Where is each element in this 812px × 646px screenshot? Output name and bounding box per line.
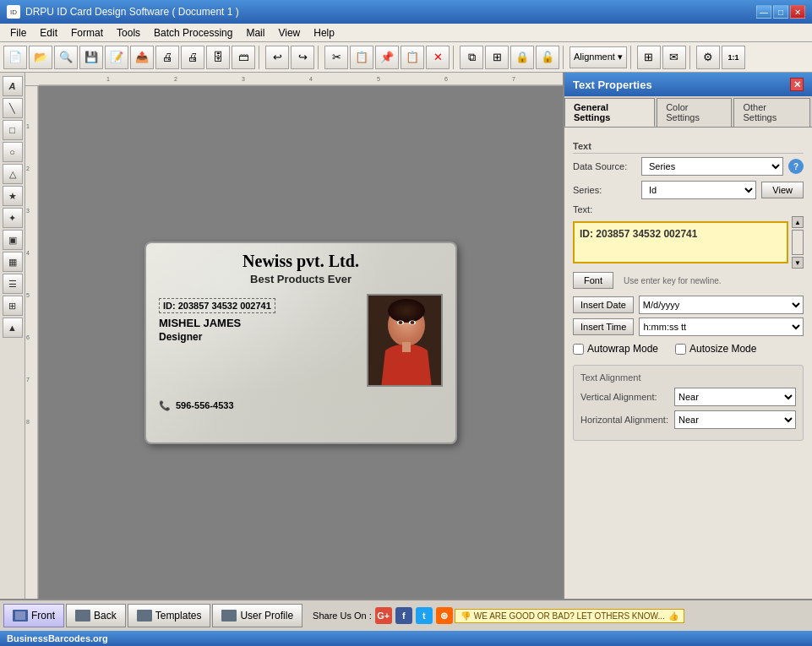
tab-front[interactable]: Front (3, 604, 64, 627)
grid-button[interactable]: ⊞ (637, 46, 661, 69)
open-button[interactable]: 📂 (29, 46, 52, 69)
vertical-align-select[interactable]: Near Center Far (674, 388, 796, 406)
new-button[interactable]: 📄 (3, 46, 27, 69)
insert-time-button[interactable]: Insert Time (573, 318, 634, 335)
tab-color-settings[interactable]: Color Settings (657, 98, 732, 127)
twitter-button[interactable]: t (416, 607, 433, 624)
star-tool[interactable]: ★ (3, 186, 23, 206)
text-tool[interactable]: A (3, 76, 23, 96)
menu-help[interactable]: Help (307, 25, 341, 41)
hint-text: Use enter key for newline. (624, 276, 722, 285)
delete-button[interactable]: ✕ (426, 46, 450, 69)
facebook-button[interactable]: f (395, 607, 412, 624)
print-button[interactable]: 🖨 (181, 46, 204, 69)
table-tool[interactable]: ⊞ (3, 296, 23, 316)
vertical-align-label: Vertical Alignment: (580, 392, 669, 402)
bottom-bar: Front Back Templates User Profile Share … (0, 599, 812, 631)
image-tool[interactable]: ▣ (3, 230, 23, 250)
front-tab-label: Front (31, 610, 55, 622)
tab-user-profile[interactable]: User Profile (212, 604, 302, 627)
cut-button[interactable]: ✂ (324, 46, 348, 69)
phone-icon: 📞 (159, 400, 171, 411)
tab-other-settings[interactable]: Other Settings (733, 98, 810, 127)
data-source-row: Data Source: Series ? (573, 157, 804, 176)
unlock-button[interactable]: 🔓 (536, 46, 559, 69)
menu-mail[interactable]: Mail (239, 25, 271, 41)
ellipse-tool[interactable]: ○ (3, 142, 23, 162)
menu-tools[interactable]: Tools (110, 25, 147, 41)
view-button[interactable]: View (761, 182, 804, 198)
horizontal-align-select[interactable]: Near Center Far (674, 410, 796, 429)
panel-header: Text Properties ✕ (564, 73, 812, 96)
date-format-select[interactable]: M/d/yyyy (639, 296, 804, 314)
pointer-tool[interactable]: ▲ (3, 318, 23, 338)
svg-text:4: 4 (309, 76, 313, 82)
window-controls: — □ ✕ (756, 5, 805, 19)
feedback-area[interactable]: 👎 WE ARE GOOD OR BAD? LET OTHERS KNOW...… (455, 609, 684, 623)
list-tool[interactable]: ☰ (3, 274, 23, 294)
close-button[interactable]: ✕ (790, 5, 805, 19)
canvas-container: 1 2 3 4 5 6 7 1 2 3 4 5 6 7 (25, 73, 563, 599)
menu-file[interactable]: File (3, 25, 33, 41)
text-display[interactable]: ID: 203857 34532 002741 (573, 221, 788, 263)
scroll-up[interactable]: ▲ (792, 216, 804, 228)
canvas-area[interactable]: Newiss pvt. Ltd. Best Products Ever ID: … (39, 86, 563, 599)
tab-templates[interactable]: Templates (128, 604, 211, 627)
time-format-select[interactable]: h:mm:ss tt (639, 318, 804, 336)
line-tool[interactable]: ╲ (3, 98, 23, 118)
settings-button[interactable]: ⚙ (696, 46, 720, 69)
zoom-button[interactable]: 1:1 (722, 46, 745, 69)
svg-text:1: 1 (106, 76, 110, 82)
menu-view[interactable]: View (271, 25, 307, 41)
copy-button[interactable]: 📋 (350, 46, 373, 69)
triangle-tool[interactable]: △ (3, 164, 23, 184)
font-button[interactable]: Font (573, 272, 613, 289)
data-source-select[interactable]: Series (641, 157, 783, 176)
db-button[interactable]: 🗄 (206, 46, 230, 69)
tool3-button[interactable]: 🔍 (54, 46, 78, 69)
main-layout: A ╲ □ ○ △ ★ ✦ ▣ ▦ ☰ ⊞ ▲ 1 2 3 4 5 6 7 (0, 73, 812, 599)
paste-button[interactable]: 📌 (375, 46, 399, 69)
copy2-button[interactable]: ⧉ (460, 46, 483, 69)
help-icon[interactable]: ? (788, 159, 804, 174)
menu-batch[interactable]: Batch Processing (147, 25, 239, 41)
paste3-button[interactable]: ⊞ (485, 46, 509, 69)
shape-tool[interactable]: ✦ (3, 208, 23, 228)
minimize-button[interactable]: — (756, 5, 771, 19)
email-button[interactable]: ✉ (662, 46, 686, 69)
autowrap-checkbox-label[interactable]: Autowrap Mode (573, 343, 658, 355)
svg-text:7: 7 (26, 377, 30, 383)
tab-general-settings[interactable]: General Settings (564, 98, 655, 127)
export-button[interactable]: 📤 (130, 46, 154, 69)
menu-format[interactable]: Format (64, 25, 110, 41)
autosize-checkbox[interactable] (675, 344, 686, 355)
svg-text:8: 8 (26, 419, 30, 425)
scroll-down[interactable]: ▼ (792, 257, 804, 269)
rect-tool[interactable]: □ (3, 120, 23, 140)
redo-button[interactable]: ↪ (291, 46, 314, 69)
db2-button[interactable]: 🗃 (232, 46, 255, 69)
barcode-tool[interactable]: ▦ (3, 252, 23, 272)
paste2-button[interactable]: 📋 (401, 46, 424, 69)
canvas-inner: 1 2 3 4 5 6 7 8 Newiss pvt. (25, 86, 563, 599)
alignment-dropdown[interactable]: Alignment ▾ (569, 46, 627, 68)
sep5 (630, 46, 634, 69)
series-select[interactable]: Id (641, 181, 756, 199)
tab-back[interactable]: Back (66, 604, 126, 627)
autosize-checkbox-label[interactable]: Autosize Mode (675, 343, 756, 355)
menu-edit[interactable]: Edit (33, 25, 64, 41)
lock-button[interactable]: 🔒 (510, 46, 534, 69)
card-id-number: ID: 203857 34532 002741 (159, 298, 275, 313)
google-plus-button[interactable]: G+ (375, 607, 392, 624)
undo-button[interactable]: ↩ (265, 46, 289, 69)
horizontal-align-label: Horizontal Alignment: (580, 415, 669, 425)
rss-button[interactable]: ⊛ (436, 607, 453, 624)
autowrap-checkbox[interactable] (573, 344, 584, 355)
insert-date-button[interactable]: Insert Date (573, 296, 634, 313)
save-button[interactable]: 💾 (79, 46, 103, 69)
maximize-button[interactable]: □ (773, 5, 788, 19)
save2-button[interactable]: 📝 (105, 46, 128, 69)
text-scrollbar[interactable]: ▲ ▼ (792, 216, 804, 269)
print-preview-button[interactable]: 🖨 (155, 46, 179, 69)
panel-close-button[interactable]: ✕ (790, 78, 804, 91)
